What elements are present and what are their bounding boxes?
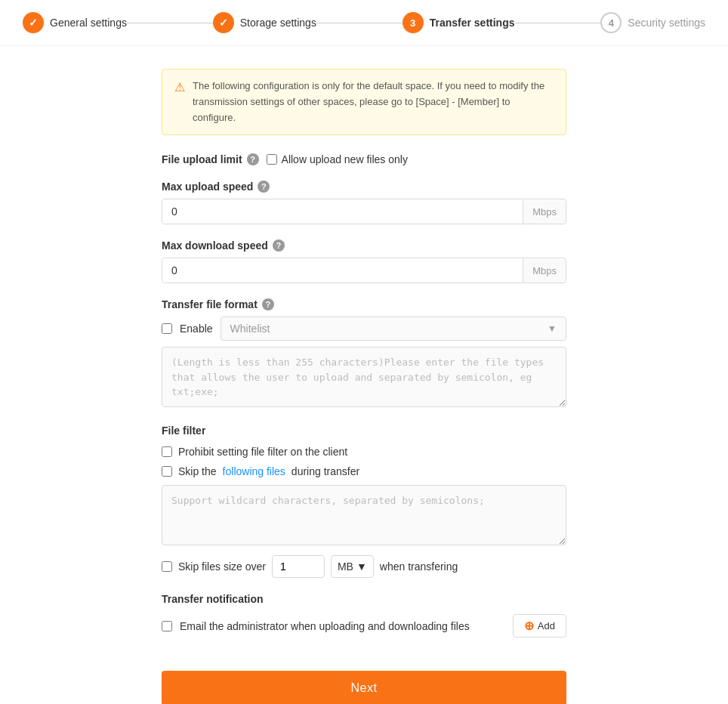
step-3-label: Transfer settings bbox=[430, 17, 515, 29]
step-line-2 bbox=[316, 23, 403, 23]
file-upload-limit-row: File upload limit ? Allow upload new fil… bbox=[162, 153, 566, 165]
step-security: 4 Security settings bbox=[600, 12, 705, 33]
skip-filter-label-prefix: Skip the bbox=[178, 465, 217, 477]
step-general: ✓ General settings bbox=[23, 12, 127, 33]
max-download-speed-label: Max download speed ? bbox=[162, 239, 566, 252]
check-icon-2: ✓ bbox=[219, 17, 228, 29]
transfer-file-format-section: Transfer file format ? Enable Whitelist … bbox=[162, 298, 566, 409]
skip-size-unit-value: MB bbox=[338, 560, 353, 573]
skip-filter-option: Skip the following files during transfer bbox=[162, 465, 566, 477]
add-btn-label: Add bbox=[538, 620, 555, 631]
step-3-number: 3 bbox=[410, 17, 415, 29]
transfer-notification-title: Transfer notification bbox=[162, 593, 566, 605]
step-header: ✓ General settings ✓ Storage settings 3 … bbox=[0, 0, 728, 46]
prohibit-filter-option: Prohibit setting file filter on the clie… bbox=[162, 446, 566, 458]
add-email-button[interactable]: ⊕ Add bbox=[513, 614, 566, 638]
format-enable-checkbox[interactable] bbox=[162, 323, 172, 334]
step-transfer: 3 Transfer settings bbox=[403, 12, 515, 33]
max-upload-speed-input[interactable] bbox=[162, 199, 523, 224]
skip-filter-link[interactable]: following files bbox=[223, 465, 285, 477]
next-button[interactable]: Next bbox=[162, 671, 566, 704]
step-2-label: Storage settings bbox=[240, 17, 316, 29]
file-upload-help-icon[interactable]: ? bbox=[247, 153, 259, 165]
format-select-arrow: ▼ bbox=[548, 323, 557, 334]
file-filter-title: File filter bbox=[162, 425, 566, 437]
format-help-icon[interactable]: ? bbox=[262, 298, 274, 310]
format-enable-row: Enable Whitelist ▼ bbox=[162, 316, 566, 341]
notice-box: ⚠ The following configuration is only fo… bbox=[162, 69, 566, 135]
main-content: ⚠ The following configuration is only fo… bbox=[0, 46, 728, 704]
skip-size-suffix: when transfering bbox=[380, 560, 458, 573]
skip-size-checkbox[interactable] bbox=[162, 561, 172, 572]
transfer-notification-section: Transfer notification Email the administ… bbox=[162, 593, 566, 638]
step-1-label: General settings bbox=[50, 17, 127, 29]
upload-speed-unit: Mbps bbox=[523, 200, 566, 224]
skip-size-row: Skip files size over MB ▼ when transferi… bbox=[162, 555, 566, 578]
email-notification-checkbox[interactable] bbox=[162, 621, 172, 631]
format-select-value: Whitelist bbox=[230, 323, 270, 335]
step-3-circle: 3 bbox=[403, 12, 424, 33]
notice-text: The following configuration is only for … bbox=[193, 79, 554, 125]
format-enable-label: Enable bbox=[180, 323, 213, 335]
notification-email-row: Email the administrator when uploading a… bbox=[162, 614, 566, 638]
format-textarea[interactable] bbox=[162, 347, 566, 407]
prohibit-filter-label: Prohibit setting file filter on the clie… bbox=[178, 446, 347, 458]
skip-filter-checkbox[interactable] bbox=[162, 466, 172, 477]
step-line-3 bbox=[515, 23, 601, 23]
file-upload-limit-label: File upload limit ? bbox=[162, 153, 259, 165]
max-download-speed-input[interactable] bbox=[162, 258, 523, 283]
skip-filter-label-suffix: during transfer bbox=[292, 465, 359, 477]
allow-upload-checkbox[interactable] bbox=[267, 154, 277, 165]
file-filter-section: File filter Prohibit setting file filter… bbox=[162, 425, 566, 578]
step-2-circle: ✓ bbox=[213, 12, 234, 33]
allow-upload-checkbox-wrapper: Allow upload new files only bbox=[267, 153, 408, 165]
skip-files-textarea[interactable] bbox=[162, 485, 566, 545]
step-line-1 bbox=[127, 23, 213, 23]
skip-size-unit-arrow: ▼ bbox=[356, 560, 367, 573]
step-4-circle: 4 bbox=[600, 12, 622, 33]
max-upload-speed-input-wrapper: Mbps bbox=[162, 199, 566, 224]
warning-icon: ⚠ bbox=[174, 80, 185, 125]
max-upload-speed-section: Max upload speed ? Mbps bbox=[162, 181, 566, 224]
max-upload-speed-label: Max upload speed ? bbox=[162, 181, 566, 193]
download-speed-unit: Mbps bbox=[523, 259, 566, 283]
allow-upload-label: Allow upload new files only bbox=[282, 153, 408, 165]
download-speed-help-icon[interactable]: ? bbox=[273, 239, 285, 252]
transfer-file-format-label: Transfer file format ? bbox=[162, 298, 566, 310]
upload-speed-help-icon[interactable]: ? bbox=[258, 181, 270, 193]
max-download-speed-input-wrapper: Mbps bbox=[162, 258, 566, 283]
step-storage: ✓ Storage settings bbox=[213, 12, 316, 33]
max-download-speed-section: Max download speed ? Mbps bbox=[162, 239, 566, 283]
check-icon: ✓ bbox=[29, 17, 38, 29]
skip-size-label: Skip files size over bbox=[178, 560, 266, 573]
skip-size-value[interactable] bbox=[272, 555, 325, 578]
skip-size-unit-select[interactable]: MB ▼ bbox=[331, 555, 374, 578]
add-icon: ⊕ bbox=[524, 619, 534, 633]
prohibit-filter-checkbox[interactable] bbox=[162, 446, 172, 457]
step-1-circle: ✓ bbox=[23, 12, 44, 33]
step-4-label: Security settings bbox=[628, 17, 705, 29]
format-select[interactable]: Whitelist ▼ bbox=[221, 316, 566, 341]
step-4-number: 4 bbox=[609, 17, 614, 29]
email-notification-label: Email the administrator when uploading a… bbox=[180, 620, 505, 632]
